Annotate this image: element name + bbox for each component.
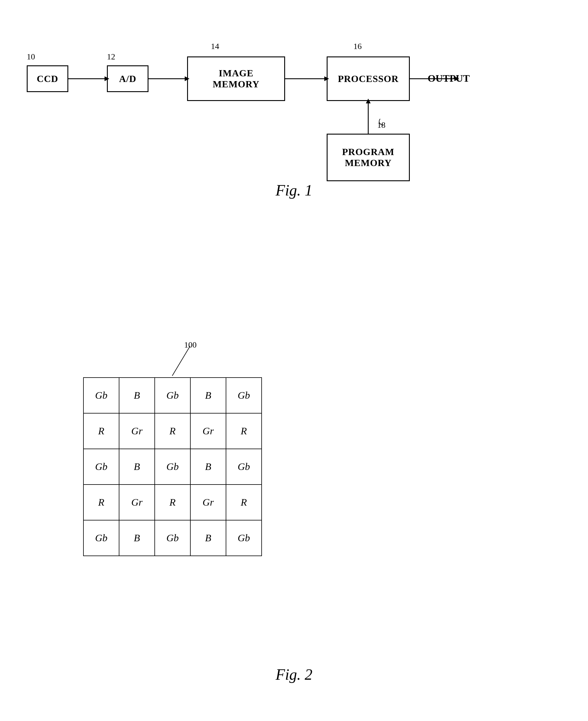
grid-cell-r0-c3: B xyxy=(190,377,226,413)
grid-cell-r1-c0: R xyxy=(83,413,119,449)
grid-cell-r4-c2: Gb xyxy=(155,520,190,556)
ref-100: 100 xyxy=(184,340,196,350)
grid-cell-r0-c0: Gb xyxy=(83,377,119,413)
svg-marker-3 xyxy=(185,76,189,81)
grid-cell-r2-c3: B xyxy=(190,449,226,485)
fig2-caption: Fig. 2 xyxy=(0,666,588,683)
grid-cell-r0-c1: B xyxy=(119,377,155,413)
svg-marker-1 xyxy=(105,76,109,81)
svg-marker-5 xyxy=(324,76,329,81)
grid-cell-r4-c4: Gb xyxy=(226,520,261,556)
grid-cell-r2-c2: Gb xyxy=(155,449,190,485)
grid-cell-r3-c4: R xyxy=(226,485,261,520)
grid-cell-r1-c1: Gr xyxy=(119,413,155,449)
grid-cell-r3-c1: Gr xyxy=(119,485,155,520)
grid-cell-r2-c1: B xyxy=(119,449,155,485)
fig1-caption: Fig. 1 xyxy=(0,182,588,199)
fig1-arrows-svg xyxy=(0,18,588,202)
grid-cell-r3-c2: R xyxy=(155,485,190,520)
svg-marker-7 xyxy=(454,76,459,81)
grid-cell-r0-c4: Gb xyxy=(226,377,261,413)
grid-cell-r4-c1: B xyxy=(119,520,155,556)
grid-cell-r1-c2: R xyxy=(155,413,190,449)
grid-cell-r0-c2: Gb xyxy=(155,377,190,413)
svg-marker-9 xyxy=(366,99,371,103)
grid-cell-r3-c0: R xyxy=(83,485,119,520)
fig2-diagram: 100 GbBGbBGbRGrRGrRGbBGbBGbRGrRGrRGbBGbB… xyxy=(0,312,588,692)
grid-cell-r3-c3: Gr xyxy=(190,485,226,520)
fig1-diagram: 10 12 14 16 18 CCD A/D IMAGE MEMORY PROC… xyxy=(0,18,588,202)
svg-line-10 xyxy=(172,346,190,376)
grid-cell-r1-c4: R xyxy=(226,413,261,449)
grid-cell-r1-c3: Gr xyxy=(190,413,226,449)
pixel-grid: GbBGbBGbRGrRGrRGbBGbBGbRGrRGrRGbBGbBGb xyxy=(83,377,262,556)
grid-cell-r4-c3: B xyxy=(190,520,226,556)
grid-cell-r2-c0: Gb xyxy=(83,449,119,485)
grid-cell-r2-c4: Gb xyxy=(226,449,261,485)
grid-cell-r4-c0: Gb xyxy=(83,520,119,556)
